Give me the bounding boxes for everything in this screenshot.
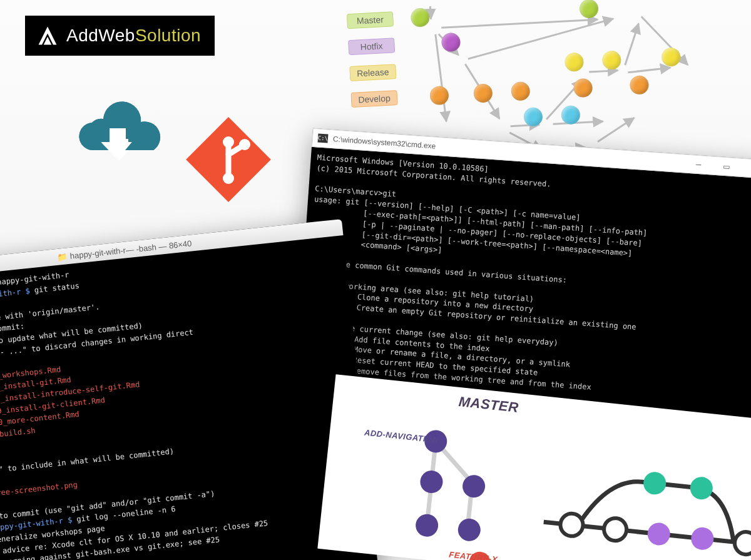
svg-point-14: [646, 522, 672, 547]
svg-point-10: [457, 517, 482, 542]
branch-label-master: Master: [347, 11, 394, 29]
logo-text-a: AddWeb: [66, 26, 135, 45]
folder-icon: 📁: [57, 252, 68, 262]
svg-point-17: [642, 471, 667, 496]
git-icon: [185, 116, 272, 203]
commit-node: [565, 52, 585, 72]
svg-point-12: [559, 512, 585, 537]
windows-title-path: C:\windows\system32\cmd.exe: [332, 135, 436, 150]
mac-title-folder: happy-git-with-r: [69, 245, 126, 260]
commit-node: [429, 86, 449, 106]
addweb-logo-mark: [36, 24, 59, 47]
branch-label-develop: Develop: [350, 90, 397, 108]
svg-point-7: [419, 469, 444, 494]
commit-node: [579, 0, 599, 19]
commit-node: [661, 47, 681, 67]
minimize-button[interactable]: ─: [684, 154, 713, 175]
commit-node: [411, 8, 431, 28]
svg-point-5: [239, 139, 250, 150]
cloud-download-icon: [75, 100, 163, 172]
commit-node: [561, 105, 581, 125]
commit-node: [602, 50, 622, 70]
svg-point-4: [223, 173, 234, 184]
svg-point-16: [733, 531, 751, 556]
commit-node: [473, 83, 493, 103]
commit-node: [441, 33, 461, 53]
svg-point-15: [690, 526, 715, 551]
branch-label-release: Release: [349, 64, 396, 81]
commit-node: [573, 78, 593, 98]
logo-text-b: Solution: [135, 26, 201, 45]
cmd-icon: C:\: [318, 133, 329, 143]
branch-label-hotfix: Hotfix: [348, 38, 395, 55]
commit-node: [511, 81, 531, 101]
svg-point-8: [414, 513, 439, 538]
svg-point-3: [223, 136, 234, 148]
commit-node: [630, 75, 650, 95]
svg-point-13: [603, 517, 628, 542]
maximize-button[interactable]: ▭: [712, 156, 741, 177]
svg-point-18: [689, 476, 714, 501]
commit-node: [523, 107, 543, 127]
close-button[interactable]: ✕: [740, 158, 751, 179]
mac-title-rest: — -bash — 86×40: [125, 238, 192, 255]
addweb-logo: AddWebSolution: [25, 16, 215, 56]
